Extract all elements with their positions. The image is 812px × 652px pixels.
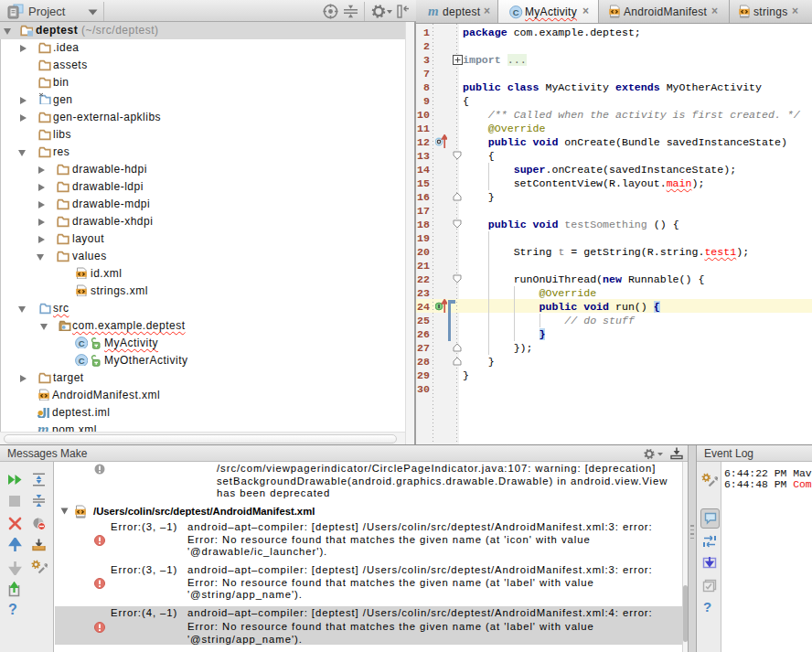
svg-text:C: C (513, 7, 519, 17)
svg-text:m: m (428, 5, 439, 17)
svg-text:C: C (79, 338, 85, 348)
svg-text:m: m (37, 422, 48, 432)
svg-text:C: C (79, 356, 85, 366)
